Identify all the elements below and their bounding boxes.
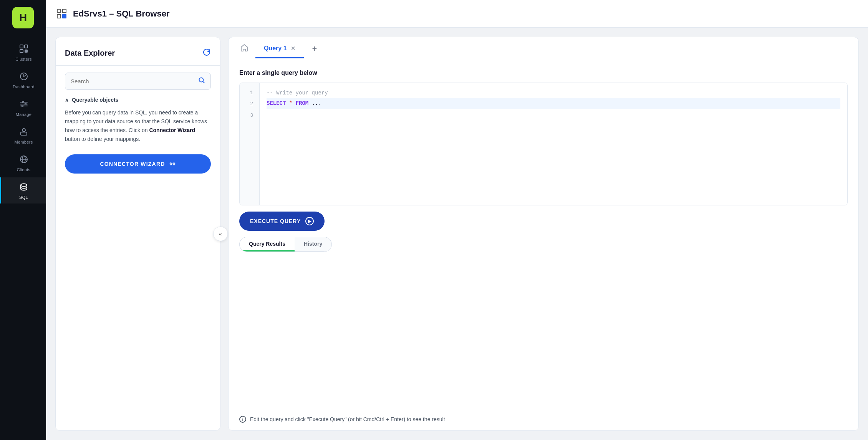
execute-query-button[interactable]: EXECUTE QUERY ▶ xyxy=(239,212,325,231)
dashboard-icon xyxy=(20,72,28,82)
svg-rect-1 xyxy=(25,45,28,48)
results-tabs: Query Results History xyxy=(239,237,332,252)
sql-icon xyxy=(20,183,28,193)
query-section-label: Enter a single query below xyxy=(239,69,848,76)
svg-point-23 xyxy=(173,163,175,165)
info-text: Edit the query and click "Execute Query"… xyxy=(250,416,445,422)
desc-bold: Connector Wizard xyxy=(149,127,195,133)
line-num-2: 2 xyxy=(250,99,253,108)
queryable-label: Queryable objects xyxy=(72,97,118,103)
line-num-3: 3 xyxy=(250,111,253,120)
connector-btn-label: CONNECTOR WIZARD xyxy=(100,161,165,167)
sidebar-item-manage[interactable]: Manage xyxy=(0,94,46,121)
clusters-icon xyxy=(20,45,28,55)
members-icon xyxy=(20,127,28,137)
header-sq1 xyxy=(57,9,61,13)
data-explorer-label: Data Explorer xyxy=(65,49,115,58)
code-line-1: -- Write your query xyxy=(267,88,840,98)
search-input[interactable] xyxy=(71,78,194,84)
search-icon xyxy=(198,77,205,86)
code-editor[interactable]: 1 2 3 -- Write your query SELECT * FROM … xyxy=(239,83,848,205)
header-icon xyxy=(57,9,68,18)
svg-rect-15 xyxy=(22,129,25,132)
chevron-up-icon: ∧ xyxy=(65,97,69,103)
tab-home[interactable] xyxy=(233,37,255,60)
svg-line-21 xyxy=(203,82,205,83)
code-lines: 1 2 3 -- Write your query SELECT * FROM … xyxy=(240,83,847,205)
refresh-button[interactable] xyxy=(202,48,211,58)
sidebar-item-dashboard-label: Dashboard xyxy=(13,84,35,89)
panel-divider xyxy=(56,65,220,66)
sidebar-item-sql[interactable]: SQL xyxy=(0,177,46,203)
header-sq2 xyxy=(62,9,66,13)
from-keyword: FROM xyxy=(296,100,309,106)
code-comment: -- Write your query xyxy=(267,88,328,98)
svg-rect-2 xyxy=(20,50,23,53)
data-explorer-title: Data Explorer xyxy=(65,48,211,58)
info-icon: i xyxy=(239,416,246,423)
tab-add-button[interactable]: + xyxy=(305,38,324,60)
asterisk-operator: * xyxy=(289,100,292,106)
execute-query-label: EXECUTE QUERY xyxy=(250,218,301,224)
svg-point-19 xyxy=(21,184,27,187)
play-circle-icon: ▶ xyxy=(305,217,314,225)
search-box xyxy=(65,73,211,90)
svg-rect-0 xyxy=(20,45,23,48)
content-area: Data Explorer xyxy=(46,28,868,440)
code-line-2: SELECT * FROM ... xyxy=(267,98,840,109)
line-numbers: 1 2 3 xyxy=(240,83,260,205)
sidebar-item-members-label: Members xyxy=(15,140,33,144)
query-section: Enter a single query below 1 2 3 -- Writ… xyxy=(229,60,858,416)
sidebar-item-sql-label: SQL xyxy=(19,195,28,200)
queryable-section: ∧ Queryable objects Before you can query… xyxy=(65,97,211,144)
tabs-bar: Query 1 ✕ + xyxy=(229,37,858,60)
connector-wizard-button[interactable]: CONNECTOR WIZARD xyxy=(65,154,211,174)
line-num-1: 1 xyxy=(250,88,253,97)
svg-point-22 xyxy=(170,163,172,165)
header: EdSrvs1 – SQL Browser xyxy=(46,0,868,28)
manage-icon xyxy=(20,100,28,110)
info-bar: i Edit the query and click "Execute Quer… xyxy=(229,416,858,430)
logo-box: H xyxy=(12,7,34,28)
svg-rect-3 xyxy=(25,50,28,53)
right-panel: Query 1 ✕ + Enter a single query below 1… xyxy=(228,37,859,431)
sidebar-item-clusters[interactable]: Clusters xyxy=(0,39,46,65)
code-line-3 xyxy=(267,109,840,119)
tab-query-results[interactable]: Query Results xyxy=(240,237,295,251)
tab-close-button[interactable]: ✕ xyxy=(291,45,295,51)
code-content[interactable]: -- Write your query SELECT * FROM ... xyxy=(260,83,847,205)
queryable-desc: Before you can query data in SQL, you ne… xyxy=(65,108,211,144)
main-area: EdSrvs1 – SQL Browser Data Explorer xyxy=(46,0,868,440)
collapse-panel-button[interactable]: « xyxy=(213,227,228,241)
select-keyword: SELECT xyxy=(267,100,286,106)
svg-rect-14 xyxy=(21,132,27,135)
collapse-arrows-icon: « xyxy=(219,231,222,237)
header-sq3 xyxy=(57,14,61,18)
sidebar-item-dashboard[interactable]: Dashboard xyxy=(0,67,46,93)
sidebar: H Clusters Dashboard xyxy=(0,0,46,440)
left-panel: Data Explorer xyxy=(55,37,220,431)
sidebar-item-clients-label: Clients xyxy=(17,167,31,172)
svg-point-12 xyxy=(25,103,26,105)
svg-point-13 xyxy=(22,105,23,107)
sidebar-item-members[interactable]: Members xyxy=(0,122,46,148)
tab-query1-label: Query 1 xyxy=(264,45,287,52)
tab-query1[interactable]: Query 1 ✕ xyxy=(255,39,304,58)
tab-history[interactable]: History xyxy=(295,237,331,251)
sidebar-nav: Clusters Dashboard xyxy=(0,39,46,203)
header-sq4 xyxy=(62,14,66,18)
queryable-header: ∧ Queryable objects xyxy=(65,97,211,103)
app-logo: H xyxy=(0,0,46,35)
desc-part2: button to define your mappings. xyxy=(65,136,140,142)
sidebar-item-clusters-label: Clusters xyxy=(15,57,32,61)
sidebar-item-manage-label: Manage xyxy=(16,112,32,117)
page-title: EdSrvs1 – SQL Browser xyxy=(73,9,170,19)
sidebar-item-clients[interactable]: Clients xyxy=(0,150,46,176)
svg-point-11 xyxy=(22,101,24,103)
clients-icon xyxy=(20,155,28,165)
from-rest: ... xyxy=(312,100,321,106)
